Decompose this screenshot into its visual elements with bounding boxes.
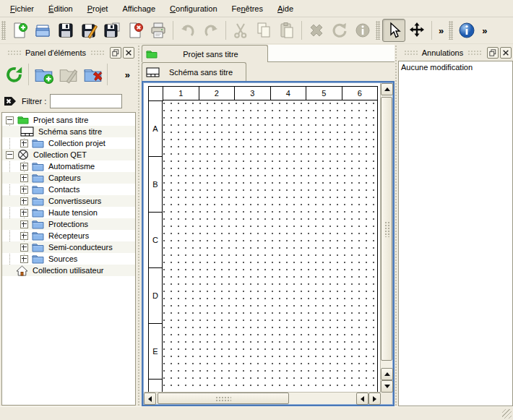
expander-plus-icon[interactable] [20, 244, 28, 252]
about-qet-button[interactable] [455, 19, 478, 42]
tree-item-label: Collection QET [33, 150, 87, 159]
expander-plus-icon[interactable] [20, 174, 28, 182]
pan-tool-button[interactable] [405, 19, 428, 42]
undo-list-item[interactable]: Aucune modification [399, 61, 512, 73]
copy-button[interactable] [252, 19, 275, 42]
float-dock-button[interactable] [110, 47, 121, 59]
project-tab[interactable]: Projet sans titre [142, 45, 268, 62]
edit-category-button[interactable] [56, 62, 80, 87]
overflow-chevron[interactable]: » [125, 69, 130, 80]
arrow-left-icon [148, 396, 152, 402]
scroll-up-button[interactable] [381, 83, 393, 95]
expander-plus-icon[interactable] [20, 209, 28, 217]
new-category-button[interactable] [31, 62, 56, 87]
right-splitter[interactable] [395, 45, 397, 406]
overflow-chevron[interactable]: » [478, 25, 491, 36]
scroll-left-button[interactable] [144, 393, 156, 405]
undo-panel-titlebar[interactable]: Annulations [400, 46, 512, 59]
toolbar-handle[interactable] [449, 21, 453, 40]
project-tab-label: Projet sans titre [158, 50, 264, 59]
menu-item-fentres[interactable]: Fenêtres [225, 0, 270, 17]
menu-item-dition[interactable]: Édition [41, 0, 80, 17]
horizontal-scroll-thumb[interactable] [158, 393, 289, 404]
close-dock-button[interactable] [123, 47, 134, 59]
close-dock-button[interactable] [500, 47, 512, 59]
element-info-button[interactable] [351, 19, 374, 42]
print-button[interactable] [147, 19, 170, 42]
folder-edit-icon [59, 65, 78, 85]
delete-category-button[interactable] [80, 62, 105, 87]
vertical-scroll-thumb[interactable] [381, 97, 392, 361]
elements-tree[interactable]: Projet sans titreSchéma sans titreCollec… [1, 112, 136, 406]
expander-plus-icon[interactable] [20, 232, 28, 240]
redo-button[interactable] [199, 19, 223, 42]
cut-icon [232, 22, 249, 39]
open-button[interactable] [31, 19, 54, 42]
resize-grip-icon[interactable] [502, 409, 512, 419]
cut-button[interactable] [229, 19, 252, 42]
clear-filter-icon[interactable] [3, 95, 17, 108]
expander-plus-icon[interactable] [20, 220, 28, 228]
delete-button[interactable] [305, 19, 328, 42]
diagram-tab[interactable]: Schéma sans titre [142, 62, 246, 81]
tree-item-haute-tension[interactable]: Haute tension [2, 207, 135, 218]
toolbar-handle[interactable] [1, 21, 6, 40]
scrollbar-corner [381, 393, 392, 404]
grid-row-header: B [149, 157, 163, 213]
expander-plus-icon[interactable] [20, 197, 28, 205]
menu-item-aide[interactable]: Aide [270, 0, 301, 17]
folder-icon [32, 207, 44, 218]
menu-item-projet[interactable]: Projet [80, 0, 116, 17]
expander-plus-icon[interactable] [20, 255, 28, 263]
scroll-down-button[interactable] [381, 380, 393, 393]
filter-input[interactable] [50, 94, 122, 108]
tree-item-contacts[interactable]: Contacts [2, 184, 135, 195]
menu-item-configuration[interactable]: Configuration [163, 0, 224, 17]
expander-plus-icon[interactable] [20, 140, 28, 147]
overflow-chevron[interactable]: » [435, 25, 447, 36]
rotate-button[interactable] [328, 19, 351, 42]
reload-collections-button[interactable] [1, 62, 26, 87]
vertical-scroll-track[interactable] [381, 95, 392, 368]
expander-minus-icon[interactable] [6, 116, 14, 124]
expander-plus-icon[interactable] [20, 186, 28, 194]
new-file-button[interactable] [8, 19, 31, 42]
undo-button[interactable] [176, 19, 199, 42]
horizontal-scroll-track[interactable] [156, 393, 356, 404]
tree-item-projet-sans-titre[interactable]: Projet sans titre [2, 114, 135, 126]
tree-item-protections[interactable]: Protections [2, 218, 135, 230]
arrow-up-icon [384, 87, 390, 91]
toolbar-separator [301, 21, 302, 40]
menu-item-fichier[interactable]: Fichier [3, 0, 41, 17]
select-tool-button[interactable] [382, 19, 405, 42]
tree-item-recepteurs[interactable]: Récepteurs [2, 230, 135, 241]
scroll-right-button[interactable] [368, 393, 381, 405]
save-button[interactable] [54, 19, 77, 42]
tree-item-capteurs[interactable]: Capteurs [2, 172, 135, 184]
close-file-button[interactable] [124, 19, 147, 42]
tree-item-semi-conducteurs[interactable]: Semi-conducteurs [2, 241, 135, 253]
horizontal-scrollbar[interactable] [144, 392, 381, 404]
scroll-up-button-2[interactable] [381, 368, 393, 380]
menu-item-affichage[interactable]: Affichage [115, 0, 163, 17]
save-all-button[interactable] [100, 19, 124, 42]
float-dock-button[interactable] [487, 47, 499, 59]
toolbar-handle[interactable] [376, 21, 380, 40]
save-as-button[interactable] [77, 19, 100, 42]
scroll-left-button-2[interactable] [356, 393, 368, 405]
tree-item-collection-utilisateur[interactable]: Collection utilisateur [2, 265, 135, 276]
diagram-canvas[interactable]: 123456 ABCDE [144, 83, 381, 393]
diagram-tab-bar: Schéma sans titre [142, 62, 395, 81]
tree-item-sources[interactable]: Sources [2, 253, 135, 265]
expander-minus-icon[interactable] [6, 151, 14, 159]
tree-item-convertisseurs[interactable]: Convertisseurs [2, 195, 135, 207]
vertical-scrollbar[interactable] [380, 83, 392, 393]
tree-item-automatisme[interactable]: Automatisme [2, 160, 135, 172]
tree-item-collection-projet[interactable]: Collection projet [2, 137, 135, 149]
undo-history-list[interactable]: Aucune modification [398, 61, 513, 406]
elements-panel-titlebar[interactable]: Panel d'éléments [3, 46, 134, 59]
tree-item-schema-sans-titre[interactable]: Schéma sans titre [2, 126, 135, 137]
paste-button[interactable] [275, 19, 298, 42]
tree-item-collection-qet[interactable]: Collection QET [2, 149, 135, 160]
expander-plus-icon[interactable] [20, 163, 28, 171]
